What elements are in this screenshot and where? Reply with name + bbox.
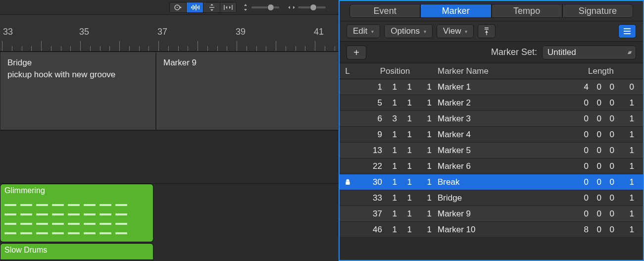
column-lock[interactable]: L: [340, 66, 355, 76]
position-cell[interactable]: 9111: [355, 130, 435, 140]
marker-list-header: L Position Marker Name Length: [340, 63, 643, 79]
position-cell[interactable]: 5111: [355, 98, 435, 108]
svg-point-1: [177, 7, 178, 8]
length-cell[interactable]: 8001: [559, 225, 643, 235]
waveform-mode-button[interactable]: [186, 2, 203, 13]
column-length[interactable]: Length: [559, 66, 643, 76]
position-cell[interactable]: 6311: [355, 114, 435, 124]
marker-list-body: 1111Marker 140005111Marker 200016311Mark…: [340, 79, 643, 260]
chevron-down-icon: ▾: [424, 29, 426, 34]
tab-event[interactable]: Event: [349, 4, 420, 18]
marker-block-subtitle: pickup hook with new groove: [7, 69, 149, 81]
length-cell[interactable]: 4000: [559, 82, 643, 92]
timeline-toolbar: [0, 0, 339, 15]
marker-row[interactable]: 30111Break0001: [340, 174, 643, 190]
name-cell[interactable]: Break: [435, 177, 559, 187]
lock-cell[interactable]: [340, 179, 355, 185]
timeline-pane: 33 35 37 39 41 Bridge pickup hook with n…: [0, 0, 339, 261]
name-cell[interactable]: Marker 4: [435, 130, 559, 140]
length-cell[interactable]: 0001: [559, 209, 643, 219]
marker-row[interactable]: 9111Marker 40001: [340, 127, 643, 143]
length-cell[interactable]: 0001: [559, 146, 643, 156]
tab-tempo[interactable]: Tempo: [492, 4, 562, 18]
region-label: Glimmering: [4, 186, 149, 195]
position-cell[interactable]: 30111: [355, 177, 435, 187]
updown-icon: ▴▾: [628, 49, 631, 55]
horizontal-arrows-icon: [288, 4, 295, 10]
length-cell[interactable]: 0001: [559, 177, 643, 187]
list-editor-tabs: Event Marker Tempo Signature: [340, 1, 643, 21]
marker-row[interactable]: 1111Marker 14000: [340, 79, 643, 95]
catch-playhead-button[interactable]: [478, 24, 495, 38]
marker-row[interactable]: 33111Bridge0001: [340, 190, 643, 206]
position-cell[interactable]: 13111: [355, 146, 435, 156]
vertical-zoom-button[interactable]: [203, 2, 220, 13]
position-cell[interactable]: 37111: [355, 209, 435, 219]
marker-row[interactable]: 5111Marker 20001: [340, 95, 643, 111]
marker-block-title: Bridge: [7, 57, 149, 69]
region-track-1: Glimmering: [0, 184, 339, 243]
column-marker-name[interactable]: Marker Name: [435, 66, 559, 76]
marker-row[interactable]: 6311Marker 30001: [340, 111, 643, 127]
position-cell[interactable]: 33111: [355, 193, 435, 203]
marker-set-bar: + Marker Set: Untitled ▴▾: [340, 42, 643, 63]
marker-block-bridge[interactable]: Bridge pickup hook with new groove: [0, 52, 156, 130]
horizontal-fit-button[interactable]: [220, 2, 237, 13]
region-track-2: Slow Drums: [0, 243, 339, 261]
region-label: Slow Drums: [4, 246, 149, 255]
list-editor-menubar: Edit▾ Options▾ View▾: [340, 21, 643, 42]
region-slow-drums[interactable]: Slow Drums: [0, 243, 153, 260]
length-cell[interactable]: 0001: [559, 193, 643, 203]
marker-row[interactable]: 46111Marker 108001: [340, 222, 643, 238]
length-cell[interactable]: 0001: [559, 98, 643, 108]
tab-signature[interactable]: Signature: [562, 4, 633, 18]
marker-row[interactable]: 13111Marker 50001: [340, 143, 643, 158]
position-cell[interactable]: 46111: [355, 225, 435, 235]
horizontal-zoom-slider[interactable]: [285, 2, 329, 13]
length-cell[interactable]: 0001: [559, 161, 643, 171]
empty-track: [0, 131, 339, 184]
name-cell[interactable]: Marker 10: [435, 225, 559, 235]
name-cell[interactable]: Marker 9: [435, 209, 559, 219]
chevron-down-icon: ▾: [465, 29, 467, 34]
vertical-arrows-icon: [243, 4, 248, 11]
name-cell[interactable]: Marker 3: [435, 114, 559, 124]
options-menu[interactable]: Options▾: [384, 24, 433, 38]
name-cell[interactable]: Marker 2: [435, 98, 559, 108]
marker-track[interactable]: Bridge pickup hook with new groove Marke…: [0, 52, 339, 131]
menu-button[interactable]: [169, 2, 186, 13]
timeline-ruler[interactable]: 33 35 37 39 41: [0, 15, 339, 52]
length-cell[interactable]: 0001: [559, 130, 643, 140]
midi-preview: [4, 200, 149, 238]
marker-row[interactable]: 22111Marker 60001: [340, 158, 643, 174]
name-cell[interactable]: Marker 1: [435, 82, 559, 92]
edit-menu[interactable]: Edit▾: [347, 24, 380, 38]
view-menu[interactable]: View▾: [437, 24, 474, 38]
name-cell[interactable]: Bridge: [435, 193, 559, 203]
marker-block-title: Marker 9: [163, 57, 331, 69]
position-cell[interactable]: 1111: [355, 82, 435, 92]
add-marker-button[interactable]: +: [347, 46, 366, 59]
region-glimmering[interactable]: Glimmering: [0, 184, 153, 242]
column-position[interactable]: Position: [355, 66, 435, 76]
marker-block-marker9[interactable]: Marker 9: [156, 52, 339, 130]
vertical-zoom-slider[interactable]: [240, 2, 282, 13]
length-cell[interactable]: 0001: [559, 114, 643, 124]
name-cell[interactable]: Marker 6: [435, 161, 559, 171]
list-view-button[interactable]: [618, 24, 636, 38]
name-cell[interactable]: Marker 5: [435, 146, 559, 156]
marker-set-label: Marker Set:: [491, 47, 537, 57]
chevron-down-icon: ▾: [371, 29, 374, 34]
position-cell[interactable]: 22111: [355, 161, 435, 171]
list-editor-pane: Event Marker Tempo Signature Edit▾ Optio…: [339, 0, 644, 261]
marker-set-select[interactable]: Untitled ▴▾: [542, 46, 636, 59]
marker-row[interactable]: 37111Marker 90001: [340, 206, 643, 222]
tab-marker[interactable]: Marker: [420, 4, 491, 18]
svg-rect-15: [346, 182, 349, 185]
